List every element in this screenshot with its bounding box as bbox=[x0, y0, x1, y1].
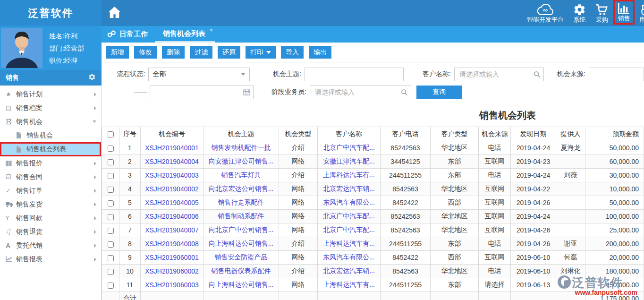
cell-topic[interactable]: 销售安全防盗产品 bbox=[203, 251, 279, 265]
cell-customer[interactable]: 上海科达汽车有... bbox=[318, 237, 381, 251]
total-empty-cell bbox=[556, 292, 585, 300]
row-checkbox[interactable] bbox=[108, 228, 114, 234]
cell-customer[interactable]: 上海科达汽车有... bbox=[318, 278, 381, 292]
cell-date: 2019-04-24 bbox=[511, 169, 556, 182]
cell-code[interactable]: XSJH2019040005 bbox=[141, 196, 203, 210]
user-panel: 姓名:许利 部门:经营部 职位:经理 bbox=[0, 26, 102, 70]
cell-topic[interactable]: 销售汽车灯具 bbox=[203, 169, 279, 182]
过滤-button[interactable]: 过滤 bbox=[190, 46, 212, 59]
cell-topic[interactable]: 向上海科达公司销售... bbox=[203, 237, 279, 251]
修改-button[interactable]: 修改 bbox=[134, 46, 157, 59]
topnav-item-采购[interactable]: 采购 bbox=[591, 2, 613, 25]
cell-topic[interactable]: 向北京广中公司销售... bbox=[203, 223, 279, 237]
date-input[interactable] bbox=[154, 88, 249, 96]
cell-customer[interactable]: 东风汽车有限公... bbox=[318, 251, 381, 265]
cell-topic[interactable]: 向上海科达公司销售... bbox=[203, 278, 279, 292]
tab-close-icon[interactable]: × bbox=[210, 27, 213, 34]
search-icon[interactable] bbox=[401, 89, 408, 96]
cell-no: 4 bbox=[119, 182, 141, 196]
sidebar-item-销售报价[interactable]: 销售报价 bbox=[0, 156, 101, 170]
cell-code[interactable]: XSJH2019040002 bbox=[141, 182, 203, 196]
sidebar-item-销售发货[interactable]: 销售发货 bbox=[0, 197, 101, 211]
query-button[interactable]: 查询 bbox=[416, 86, 462, 99]
row-checkbox[interactable] bbox=[108, 214, 114, 220]
source-input-wrap bbox=[589, 68, 644, 81]
topnav-item-系统[interactable]: 系统 bbox=[568, 2, 591, 25]
新增-button[interactable]: 新增 bbox=[106, 46, 129, 59]
sidebar-item-销售档案[interactable]: ▤销售档案 bbox=[0, 101, 101, 115]
删除-button[interactable]: 删除 bbox=[162, 46, 185, 59]
row-checkbox[interactable] bbox=[108, 255, 114, 261]
tab-sales-opportunity-list[interactable]: 销售机会列表 × bbox=[155, 26, 215, 43]
cell-topic[interactable]: 向北京宏达公司销售... bbox=[203, 182, 279, 196]
sidebar-item-销售合同[interactable]: ☑销售合同 bbox=[0, 170, 101, 184]
cell-customer[interactable]: 东风汽车有限公... bbox=[318, 196, 381, 210]
sidebar-subitem-销售机会列表[interactable]: 销售机会列表 bbox=[0, 142, 101, 156]
sidebar-item-销售计划[interactable]: ★销售计划 bbox=[0, 87, 101, 101]
cell-customer[interactable]: 北京广中汽车配... bbox=[318, 210, 381, 223]
row-checkbox[interactable] bbox=[108, 283, 114, 289]
cell-source: 请选择 bbox=[479, 278, 511, 292]
cell-customer[interactable]: 北京宏达汽车销... bbox=[318, 265, 381, 278]
sidebar-item-销售机会[interactable]: 销售机会 bbox=[0, 115, 101, 129]
settings-gear-icon[interactable] bbox=[88, 73, 96, 82]
sidebar-item-销售订单[interactable]: ✓销售订单 bbox=[0, 184, 101, 197]
cell-customer[interactable]: 北京广中汽车配... bbox=[318, 223, 381, 237]
cell-code[interactable]: XSJH2019040007 bbox=[141, 223, 203, 237]
process-status-select[interactable]: 全部 bbox=[148, 68, 250, 81]
sidebar-item-销售回款[interactable]: ¥销售回款 bbox=[0, 211, 101, 225]
cell-code[interactable]: XSJH2019060001 bbox=[141, 251, 203, 265]
row-checkbox[interactable] bbox=[108, 173, 114, 179]
cell-phone: 85242563 bbox=[381, 141, 431, 155]
cell-customer[interactable]: 上海科达汽车有... bbox=[318, 169, 381, 182]
cell-topic[interactable]: 销售制动系配件 bbox=[203, 210, 279, 223]
topnav-item-智能开发平台[interactable]: ∞智能开发平台 bbox=[522, 2, 568, 25]
打印-button[interactable]: 打印 bbox=[246, 46, 276, 59]
cell-code[interactable]: XSJH2019040003 bbox=[141, 169, 203, 182]
cell-code[interactable]: XSJH2019060003 bbox=[141, 278, 203, 292]
cell-topic[interactable]: 销售发动机配件一批 bbox=[203, 141, 279, 155]
row-checkbox[interactable] bbox=[108, 187, 114, 193]
cell-code[interactable]: XSJH2019040001 bbox=[141, 141, 203, 155]
customer-input[interactable] bbox=[458, 70, 540, 78]
还原-button[interactable]: 还原 bbox=[218, 46, 240, 59]
cell-provider: 夏海龙 bbox=[556, 141, 585, 155]
导入-button[interactable]: 导入 bbox=[281, 46, 304, 59]
topic-input[interactable] bbox=[309, 70, 399, 78]
sidebar-item-委托代销[interactable]: A委托代销 bbox=[0, 239, 101, 252]
sidebar-item-销售报表[interactable]: 销售报表 bbox=[0, 252, 101, 266]
cell-topic[interactable]: 向安徽江津公司销售... bbox=[203, 155, 279, 169]
tab-daily-work[interactable]: 日常工作 bbox=[102, 26, 155, 43]
输出-button[interactable]: 输出 bbox=[309, 46, 331, 59]
sidebar-subitem-销售机会[interactable]: 销售机会 bbox=[0, 129, 101, 142]
stage-salesman-input[interactable] bbox=[314, 88, 407, 96]
cell-customer[interactable]: 安徽江津汽车配... bbox=[318, 155, 381, 169]
row-checkbox[interactable] bbox=[108, 159, 114, 165]
app-window: 泛普软件 姓名:许利 部门:经营部 职位:经理 bbox=[0, 0, 644, 300]
row-checkbox[interactable] bbox=[108, 200, 114, 206]
calendar-icon[interactable] bbox=[243, 89, 250, 95]
cell-code[interactable]: XSJH2019040008 bbox=[141, 237, 203, 251]
cell-topic[interactable]: 销售行走系配件 bbox=[203, 196, 279, 210]
cell-topic[interactable]: 销售电器仪表系配件 bbox=[203, 265, 279, 278]
sidebar-item-销售退货[interactable]: ↓91销售退货 bbox=[0, 225, 101, 239]
search-icon[interactable] bbox=[534, 71, 541, 78]
cell-phone: 244511255 bbox=[381, 237, 431, 251]
topnav-item-销售[interactable]: 销售 bbox=[613, 0, 635, 25]
cell-no: 9 bbox=[119, 251, 141, 265]
column-header-客户类型: 客户类型 bbox=[431, 127, 479, 141]
home-button[interactable] bbox=[108, 7, 121, 20]
cell-customer[interactable]: 北京广中汽车配... bbox=[318, 141, 381, 155]
select-all-checkbox[interactable] bbox=[108, 131, 114, 137]
cell-code[interactable]: XSJH2019060002 bbox=[141, 265, 203, 278]
cell-customer[interactable]: 北京宏达汽车销... bbox=[318, 182, 381, 196]
chain-link-icon bbox=[107, 30, 116, 39]
cell-amount: 450,000.00 bbox=[585, 278, 644, 292]
row-checkbox[interactable] bbox=[108, 146, 114, 152]
row-checkbox[interactable] bbox=[108, 241, 114, 248]
topnav-item-库存[interactable]: 库存 bbox=[635, 2, 644, 25]
source-input[interactable] bbox=[593, 70, 640, 78]
cell-code[interactable]: XSJH2019040004 bbox=[141, 155, 203, 169]
row-checkbox[interactable] bbox=[108, 269, 114, 275]
cell-code[interactable]: XSJH2019040006 bbox=[141, 210, 203, 223]
